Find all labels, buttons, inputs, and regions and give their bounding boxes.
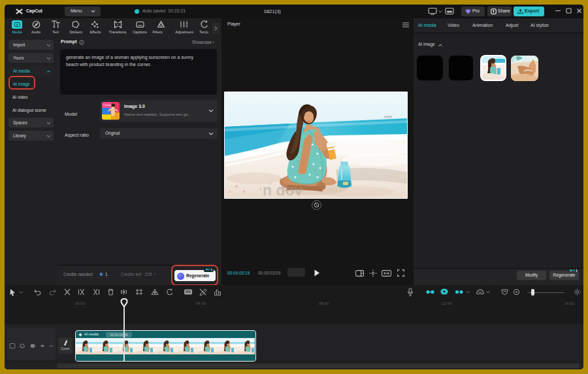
svg-text:00:00:03:06: 00:00:03:06	[110, 333, 128, 337]
svg-text:Comfy: Comfy	[103, 103, 111, 107]
svg-text:n dov: n dov	[263, 182, 303, 198]
